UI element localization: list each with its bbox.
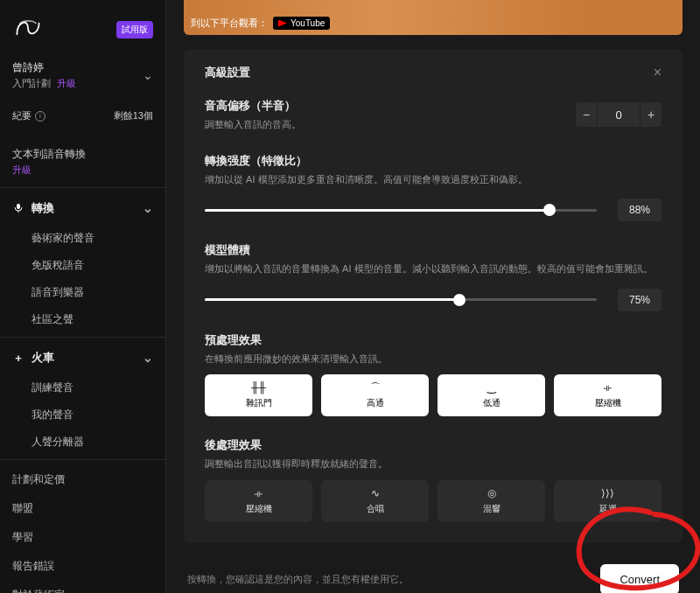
trial-badge: 試用版 — [116, 21, 153, 38]
volume-desc: 增加以將輸入音訊的音量轉換為 AI 模型的音量。減小以聽到輸入音訊的動態。較高的… — [205, 262, 662, 276]
sidebar-link-pricing[interactable]: 計劃和定價 — [0, 465, 165, 494]
user-name: 曾詩婷 — [12, 60, 76, 75]
pre-compressor-button[interactable]: ⟛ 壓縮機 — [554, 374, 662, 416]
pre-noise-gate-button[interactable]: ╫╫ 雜訊門 — [205, 374, 312, 416]
post-effects-setting: 後處理效果 調整輸出音訊以獲得即時釋放就緒的聲音。 ⟛ 壓縮機 ∿ 合唱 ◎ 混… — [205, 437, 662, 522]
volume-setting: 模型體積 增加以將輸入音訊的音量轉換為 AI 模型的音量。減小以聽到輸入音訊的動… — [205, 242, 662, 311]
post-chorus-label: 合唱 — [367, 503, 384, 515]
delay-icon: ⟩⟩⟩ — [601, 487, 614, 499]
nav-group-train-label: 火車 — [32, 350, 54, 366]
sidebar-link-affiliate[interactable]: 聯盟 — [0, 494, 165, 523]
pre-lowpass-label: 低通 — [483, 397, 500, 409]
info-icon[interactable]: i — [35, 111, 46, 122]
nav-group-train[interactable]: 火車 ⌄ — [0, 341, 165, 374]
nav-item-royalty-free[interactable]: 免版稅語音 — [0, 252, 165, 279]
nav-item-splitter[interactable]: 人聲分離器 — [0, 429, 165, 456]
pre-effects-setting: 預處理效果 在轉換前應用微妙的效果來清理輸入音訊。 ╫╫ 雜訊門 ⌒ 高通 ‿ … — [205, 332, 662, 417]
compressor-icon: ⟛ — [603, 381, 612, 394]
sidebar-link-learn[interactable]: 學習 — [0, 523, 165, 552]
chorus-icon: ∿ — [371, 487, 380, 499]
post-delay-label: 延遲 — [599, 503, 617, 515]
post-effects-title: 後處理效果 — [205, 437, 662, 453]
pitch-decrement-button[interactable]: − — [576, 102, 597, 127]
pitch-setting: 音高偏移（半音） 調整輸入音訊的音高。 − 0 + — [205, 98, 662, 132]
nav-item-train-voice[interactable]: 訓練聲音 — [0, 374, 165, 401]
noise-gate-icon: ╫╫ — [251, 381, 266, 394]
sidebar-link-report[interactable]: 報告錯誤 — [0, 552, 165, 581]
nav-item-artist-voices[interactable]: 藝術家的聲音 — [0, 225, 165, 252]
pitch-stepper: − 0 + — [576, 102, 662, 127]
svg-rect-0 — [17, 204, 20, 209]
post-reverb-button[interactable]: ◎ 混響 — [438, 480, 545, 522]
highpass-icon: ⌒ — [370, 381, 381, 394]
nav-item-my-voice[interactable]: 我的聲音 — [0, 401, 165, 429]
convert-button[interactable]: Convert — [600, 564, 679, 594]
tts-upgrade-link[interactable]: 升級 — [12, 164, 153, 177]
youtube-label: YouTube — [290, 18, 325, 28]
post-chorus-button[interactable]: ∿ 合唱 — [321, 480, 429, 522]
pitch-increment-button[interactable]: + — [640, 102, 662, 127]
pre-effects-title: 預處理效果 — [205, 332, 662, 348]
strength-setting: 轉換强度（特徵比） 增加以從 AI 模型添加更多重音和清晰度。高值可能會導致過度… — [205, 153, 662, 222]
volume-slider[interactable] — [205, 298, 597, 301]
chevron-down-icon: ⌄ — [143, 201, 153, 215]
pitch-value: 0 — [598, 102, 640, 127]
pre-highpass-button[interactable]: ⌒ 高通 — [321, 374, 429, 416]
sidebar: 試用版 曾詩婷 入門計劃 升級 ⌄ 紀要 i 剩餘13個 文本到語音轉換 升級 — [0, 0, 166, 593]
lowpass-icon: ‿ — [487, 381, 496, 394]
user-block[interactable]: 曾詩婷 入門計劃 升級 ⌄ — [0, 53, 165, 102]
strength-slider[interactable] — [205, 209, 597, 212]
sidebar-link-artists[interactable]: 對於藝術家 — [0, 581, 165, 593]
content-area: 到以下平台觀看： YouTube 高級設置 × 音高偏移（半音） 調整輸入音訊的… — [166, 0, 700, 593]
reverb-icon: ◎ — [487, 487, 496, 499]
pitch-title: 音高偏移（半音） — [205, 98, 301, 114]
plan-label: 入門計劃 — [12, 78, 51, 88]
strength-title: 轉換强度（特徵比） — [205, 153, 662, 169]
pre-compressor-label: 壓縮機 — [595, 397, 621, 409]
strength-value: 88% — [618, 199, 662, 221]
brand-logo — [12, 12, 44, 46]
plus-icon — [12, 352, 24, 365]
pre-effects-desc: 在轉換前應用微妙的效果來清理輸入音訊。 — [205, 352, 662, 366]
post-compressor-button[interactable]: ⟛ 壓縮機 — [205, 480, 312, 522]
nav-group-convert[interactable]: 轉換 ⌄ — [0, 192, 165, 225]
strength-desc: 增加以從 AI 模型添加更多重音和清晰度。高值可能會導致過度校正和偽影。 — [205, 172, 662, 187]
youtube-badge[interactable]: YouTube — [273, 17, 330, 30]
post-delay-button[interactable]: ⟩⟩⟩ 延遲 — [554, 480, 662, 522]
post-compressor-label: 壓縮機 — [246, 503, 272, 515]
pitch-desc: 調整輸入音訊的音高。 — [205, 117, 301, 132]
convert-disclaimer: 按轉換，您確認這是您的內容，並且您有權使用它。 — [187, 572, 409, 587]
plan-upgrade-link[interactable]: 升級 — [57, 78, 76, 88]
panel-title: 高級設置 — [205, 65, 250, 80]
post-effects-desc: 調整輸出音訊以獲得即時釋放就緒的聲音。 — [205, 457, 662, 471]
chevron-down-icon: ⌄ — [143, 351, 153, 365]
quota-remaining: 剩餘13個 — [114, 109, 153, 122]
chevron-down-icon: ⌄ — [143, 68, 153, 82]
microphone-icon — [12, 203, 24, 213]
advanced-settings-panel: 高級設置 × 音高偏移（半音） 調整輸入音訊的音高。 − 0 + 轉換强度（特徵… — [184, 49, 682, 543]
volume-title: 模型體積 — [205, 242, 662, 258]
pre-highpass-label: 高通 — [367, 397, 384, 409]
close-icon[interactable]: × — [654, 65, 662, 80]
pre-lowpass-button[interactable]: ‿ 低通 — [438, 374, 545, 416]
pre-noise-gate-label: 雜訊門 — [246, 397, 272, 409]
nav-item-voice-to-instrument[interactable]: 語音到樂器 — [0, 279, 165, 306]
tts-label[interactable]: 文本到語音轉換 — [12, 147, 153, 162]
video-preview[interactable]: 到以下平台觀看： YouTube — [184, 0, 682, 35]
volume-value: 75% — [618, 289, 662, 311]
nav-group-convert-label: 轉換 — [32, 200, 54, 216]
compressor-icon: ⟛ — [254, 487, 263, 499]
post-reverb-label: 混響 — [483, 503, 500, 515]
watch-on-label: 到以下平台觀看： — [191, 17, 268, 30]
quota-label: 紀要 — [12, 109, 32, 122]
nav-item-community-voices[interactable]: 社區之聲 — [0, 306, 165, 333]
